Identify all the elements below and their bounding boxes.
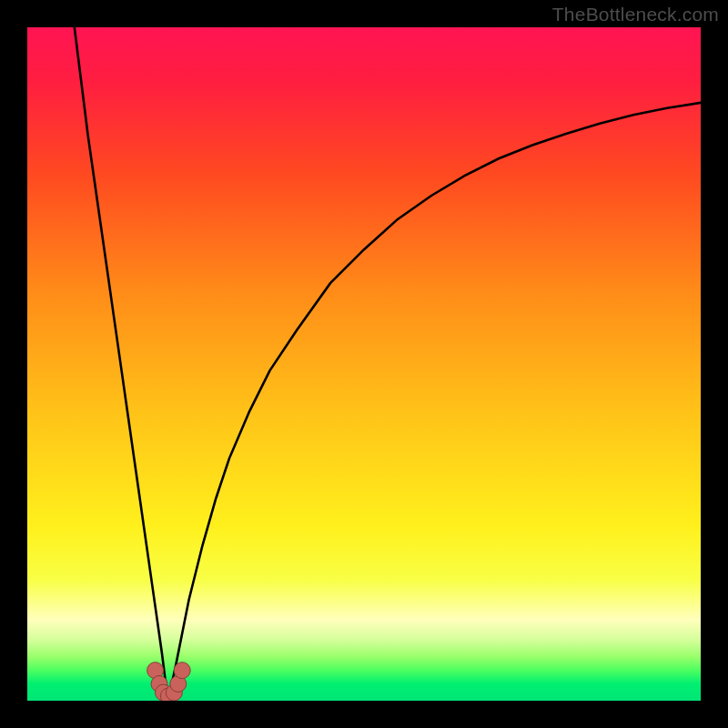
marker-dot [174,662,190,679]
watermark-text: TheBottleneck.com [552,4,719,25]
gradient-background [27,27,701,701]
outer-frame: TheBottleneck.com [0,0,728,728]
bottleneck-chart [27,27,701,701]
